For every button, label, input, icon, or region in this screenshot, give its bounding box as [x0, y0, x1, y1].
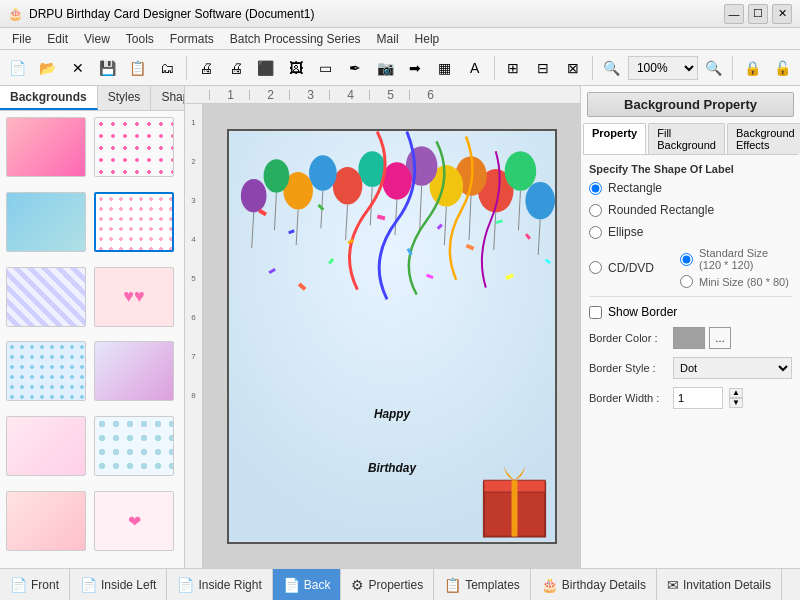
birthday-details-label: Birthday Details: [562, 578, 646, 592]
bottom-tab-templates[interactable]: 📋 Templates: [434, 569, 531, 600]
shape-ellipse-row: Ellipse: [589, 225, 792, 239]
border-style-field: Border Style : Dot Solid Dash DashDot Da…: [589, 357, 792, 379]
svg-point-19: [309, 155, 337, 191]
menu-help[interactable]: Help: [407, 30, 448, 48]
cd-mini-radio[interactable]: [680, 275, 693, 288]
templates-icon: 📋: [444, 577, 461, 593]
card-canvas[interactable]: Happy Birthday: [227, 129, 557, 544]
shape-cddvd-radio[interactable]: [589, 261, 602, 274]
border-color-picker-button[interactable]: …: [709, 327, 731, 349]
cd-standard-label: Standard Size (120 * 120): [699, 247, 792, 271]
lock-button[interactable]: 🔒: [738, 54, 766, 82]
ruler-mark-5: 5: [369, 90, 409, 100]
border-style-label: Border Style :: [589, 362, 669, 374]
print-button[interactable]: 🖨: [192, 54, 220, 82]
shape-rrect-radio[interactable]: [589, 204, 602, 217]
photo-button[interactable]: 📷: [371, 54, 399, 82]
prop-tab-property[interactable]: Property: [583, 123, 646, 154]
separator-2: [494, 56, 495, 80]
ruler-v-5: 5: [191, 274, 195, 283]
shape-ellipse-radio[interactable]: [589, 226, 602, 239]
barcode-button[interactable]: ▦: [431, 54, 459, 82]
cd-standard-radio[interactable]: [680, 253, 693, 266]
canvas-area: 1 2 3 4 5 6 1 2 3 4 5 6 7 8: [185, 86, 580, 568]
menu-formats[interactable]: Formats: [162, 30, 222, 48]
image-button[interactable]: 🖼: [282, 54, 310, 82]
maximize-button[interactable]: ☐: [748, 4, 768, 24]
save-button[interactable]: 💾: [94, 54, 122, 82]
ruler-v-2: 2: [191, 157, 195, 166]
bg-thumb-5[interactable]: [6, 267, 86, 327]
border-width-down[interactable]: ▼: [729, 398, 743, 408]
shapes-button[interactable]: ⬛: [252, 54, 280, 82]
border-button[interactable]: ▭: [311, 54, 339, 82]
bg-thumb-1[interactable]: [6, 117, 86, 177]
bg-thumb-11[interactable]: [6, 491, 86, 551]
inside-right-label: Inside Right: [198, 578, 261, 592]
tab-shapes[interactable]: Shapes: [151, 86, 185, 110]
bg-thumb-9[interactable]: [6, 416, 86, 476]
border-width-up[interactable]: ▲: [729, 388, 743, 398]
menu-mail[interactable]: Mail: [369, 30, 407, 48]
border-color-swatch[interactable]: [673, 327, 705, 349]
open-button[interactable]: 📂: [34, 54, 62, 82]
bottom-tab-properties[interactable]: ⚙ Properties: [341, 569, 434, 600]
menu-view[interactable]: View: [76, 30, 118, 48]
print2-button[interactable]: 🖨: [222, 54, 250, 82]
table-button[interactable]: ⊞: [500, 54, 528, 82]
menu-edit[interactable]: Edit: [39, 30, 76, 48]
save-as-button[interactable]: 📋: [123, 54, 151, 82]
bg-thumb-8[interactable]: [94, 341, 174, 401]
zoom-select[interactable]: 100% 50% 75% 125% 150% 200%: [628, 56, 698, 80]
ruler-v-3: 3: [191, 196, 195, 205]
tab-styles[interactable]: Styles: [98, 86, 152, 110]
bg-thumb-2[interactable]: [94, 117, 174, 177]
minimize-button[interactable]: —: [724, 4, 744, 24]
new-button[interactable]: 📄: [4, 54, 32, 82]
grid-button[interactable]: ⊟: [529, 54, 557, 82]
bottom-tab-inside-right[interactable]: 📄 Inside Right: [167, 569, 272, 600]
pen-button[interactable]: ✒: [341, 54, 369, 82]
bottom-tab-invitation-details[interactable]: ✉ Invitation Details: [657, 569, 782, 600]
separator-4: [732, 56, 733, 80]
templates-label: Templates: [465, 578, 520, 592]
bottom-tab-inside-left[interactable]: 📄 Inside Left: [70, 569, 167, 600]
close-button[interactable]: ✕: [772, 4, 792, 24]
zoom-in-button[interactable]: 🔍: [598, 54, 626, 82]
titlebar-left: 🎂 DRPU Birthday Card Designer Software (…: [8, 7, 314, 21]
bg-thumb-12[interactable]: ❤: [94, 491, 174, 551]
shape-rect-radio[interactable]: [589, 182, 602, 195]
menu-file[interactable]: File: [4, 30, 39, 48]
bottom-tab-birthday-details[interactable]: 🎂 Birthday Details: [531, 569, 657, 600]
show-border-checkbox[interactable]: [589, 306, 602, 319]
left-panel: Backgrounds Styles Shapes ♥♥ ❤: [0, 86, 185, 568]
border-width-input[interactable]: [673, 387, 723, 409]
bg-thumb-7[interactable]: [6, 341, 86, 401]
show-border-label: Show Border: [608, 305, 677, 319]
close-doc-button[interactable]: ✕: [64, 54, 92, 82]
prop-tab-fill[interactable]: Fill Background: [648, 123, 725, 154]
bg-thumb-4[interactable]: [94, 192, 174, 252]
property-header: Background Property: [587, 92, 794, 117]
bg-thumb-10[interactable]: [94, 416, 174, 476]
menu-tools[interactable]: Tools: [118, 30, 162, 48]
text-button[interactable]: A: [461, 54, 489, 82]
svg-point-7: [504, 151, 536, 191]
border-width-field: Border Width : ▲ ▼: [589, 387, 792, 409]
invitation-details-label: Invitation Details: [683, 578, 771, 592]
prop-tab-effects[interactable]: Background Effects: [727, 123, 800, 154]
folder-button[interactable]: 🗂: [153, 54, 181, 82]
bg-thumb-6[interactable]: ♥♥: [94, 267, 174, 327]
zoom-out-button[interactable]: 🔍: [700, 54, 728, 82]
bg-thumb-3[interactable]: [6, 192, 86, 252]
arrow-button[interactable]: ➡: [401, 54, 429, 82]
svg-point-9: [525, 181, 555, 219]
menu-batch[interactable]: Batch Processing Series: [222, 30, 369, 48]
border-style-select[interactable]: Dot Solid Dash DashDot DashDotDot: [673, 357, 792, 379]
unlock-button[interactable]: 🔓: [768, 54, 796, 82]
align-button[interactable]: ⊠: [559, 54, 587, 82]
bottom-tab-back[interactable]: 📄 Back: [273, 569, 342, 600]
tab-backgrounds[interactable]: Backgrounds: [0, 86, 98, 110]
divider-1: [589, 296, 792, 297]
bottom-tab-front[interactable]: 📄 Front: [0, 569, 70, 600]
